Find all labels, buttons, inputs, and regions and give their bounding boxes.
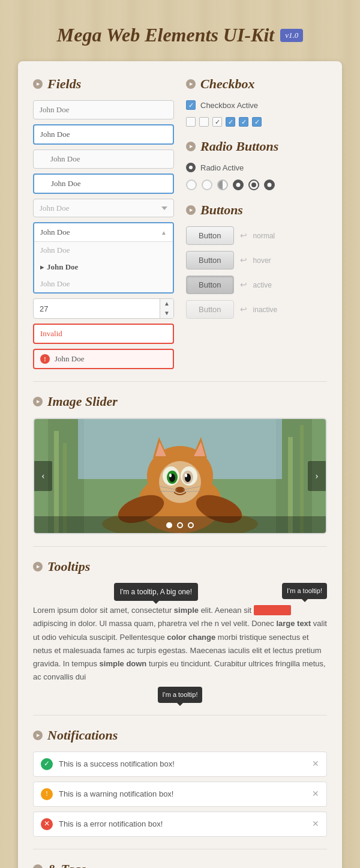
error-close-button[interactable]: ✕ xyxy=(312,819,319,829)
dropdown-item-1[interactable]: John Doe xyxy=(34,242,173,259)
button-row-normal: Button ↩ normal xyxy=(186,226,327,245)
checkbox-multiple-row xyxy=(186,117,327,127)
radio-6[interactable] xyxy=(264,179,275,190)
checkbox-active-row: Checkbox Active xyxy=(186,100,327,110)
spinner-up-button[interactable]: ▲ xyxy=(160,299,173,309)
radio-active[interactable] xyxy=(186,163,196,172)
buttons-arrow-icon xyxy=(186,205,196,215)
radio-arrow-icon xyxy=(186,142,196,151)
tooltip-bubble-2: I'm a tooltip! xyxy=(282,583,327,599)
fields-title: Fields xyxy=(47,76,81,92)
radio-5[interactable] xyxy=(248,179,259,190)
notifications-section-header: Notifications xyxy=(33,728,327,743)
slider-dot-1[interactable] xyxy=(166,522,172,528)
slider-section: Image Slider xyxy=(33,394,327,534)
slider-dot-2[interactable] xyxy=(177,522,183,528)
button-active[interactable]: Button xyxy=(186,276,234,294)
right-column: Checkbox Checkbox Active xyxy=(186,76,327,369)
button-inactive-label: inactive xyxy=(253,306,278,314)
radio-section-header: Radio Buttons xyxy=(186,139,327,154)
tags-section-header: & Tags xyxy=(33,861,327,868)
tooltips-section: Tooltips I'm a tooltip, A big one! I'm a… xyxy=(33,559,327,703)
radio-active-label: Radio Active xyxy=(200,163,244,172)
slider-next-button[interactable]: › xyxy=(308,461,326,491)
tags-title: & Tags xyxy=(47,861,86,868)
radio-title: Radio Buttons xyxy=(200,139,278,154)
dropdown-value: John Doe xyxy=(40,228,70,237)
fields-column: Fields 👤 👤 xyxy=(33,76,174,369)
notifications-section: Notifications ✓ This is a success notifi… xyxy=(33,728,327,837)
divider-2 xyxy=(33,546,327,547)
tooltips-content: I'm a tooltip, A big one! I'm a tooltip!… xyxy=(33,583,327,703)
success-close-button[interactable]: ✕ xyxy=(312,759,319,769)
tooltip-row-1: I'm a tooltip, A big one! I'm a tooltip! xyxy=(33,583,327,601)
dropdown-open[interactable]: John Doe ▲ John Doe John Doe John Doe xyxy=(33,222,174,294)
slider-container: ‹ › xyxy=(33,418,327,534)
top-two-col: Fields 👤 👤 xyxy=(33,76,327,369)
field-icon-2[interactable] xyxy=(33,173,174,194)
checkbox-section: Checkbox Checkbox Active xyxy=(186,76,327,127)
buttons-section-header: Buttons xyxy=(186,202,327,218)
checkbox-5[interactable] xyxy=(239,117,248,127)
radio-active-row: Radio Active xyxy=(186,163,327,172)
radio-section: Radio Buttons Radio Active xyxy=(186,139,327,190)
tooltips-section-header: Tooltips xyxy=(33,559,327,574)
field-plain-1[interactable] xyxy=(33,100,174,119)
button-inactive-arrow: ↩ xyxy=(240,304,247,315)
checkbox-1[interactable] xyxy=(186,117,196,127)
button-hover-arrow: ↩ xyxy=(240,255,247,265)
radio-3[interactable] xyxy=(217,179,228,190)
field-invalid[interactable] xyxy=(33,324,174,344)
checkbox-2[interactable] xyxy=(199,117,209,127)
button-hover[interactable]: Button xyxy=(186,251,234,270)
slider-section-header: Image Slider xyxy=(33,394,327,409)
dropdown-arrow-icon: ▲ xyxy=(161,229,167,236)
button-active-label: active xyxy=(253,281,272,289)
fields-arrow-icon xyxy=(33,79,43,89)
notifications-arrow-icon xyxy=(33,731,43,740)
radio-4[interactable] xyxy=(233,179,244,190)
tooltip-bubble-2-wrapper: I'm a tooltip! xyxy=(282,583,327,601)
slider-prev-button[interactable]: ‹ xyxy=(34,461,52,491)
warning-icon: ! xyxy=(41,788,53,800)
radio-1[interactable] xyxy=(186,179,197,190)
page-wrapper: Mega Web Elements UI-Kit v1.0 Fields xyxy=(0,0,360,868)
dropdown-closed[interactable]: John Doe xyxy=(33,199,174,217)
warning-text: This is a warning notification box! xyxy=(59,789,306,798)
tooltip-inline-wrapper: I'm a tooltip! xyxy=(254,604,291,617)
checkbox-4[interactable] xyxy=(226,117,235,127)
button-normal[interactable]: Button xyxy=(186,226,234,245)
tooltips-title: Tooltips xyxy=(47,559,90,574)
radio-2[interactable] xyxy=(202,179,212,190)
dropdown-item-2[interactable]: John Doe xyxy=(34,259,173,276)
slider-dot-3[interactable] xyxy=(188,522,194,528)
notifications-title: Notifications xyxy=(47,728,118,743)
checkbox-arrow-icon xyxy=(186,79,196,89)
button-normal-label: normal xyxy=(253,232,275,240)
slider-dots xyxy=(34,516,326,533)
divider-4 xyxy=(33,849,327,849)
checkbox-6[interactable] xyxy=(252,117,262,127)
field-active-1[interactable] xyxy=(33,124,174,145)
field-icon-wrapper-1: 👤 xyxy=(33,149,174,169)
divider-1 xyxy=(33,381,327,382)
error-text: This is a error notification box! xyxy=(59,819,306,828)
number-input-wrapper: 27 ▲ ▼ xyxy=(33,298,174,319)
header: Mega Web Elements UI-Kit v1.0 xyxy=(18,12,342,61)
button-inactive: Button xyxy=(186,300,234,319)
button-normal-arrow: ↩ xyxy=(240,231,247,241)
spinner-down-button[interactable]: ▼ xyxy=(160,309,173,318)
slider-arrow-icon xyxy=(33,397,43,406)
checkbox-3[interactable] xyxy=(212,117,222,127)
error-notif-icon: ✕ xyxy=(41,818,53,830)
number-value: 27 xyxy=(34,300,160,318)
checkbox-active[interactable] xyxy=(186,100,196,110)
field-icon-1[interactable] xyxy=(33,149,174,169)
tooltips-arrow-icon xyxy=(33,562,43,571)
dropdown-item-3[interactable]: John Doe xyxy=(34,276,173,292)
notification-success: ✓ This is a success notification box! ✕ xyxy=(33,752,327,777)
warning-close-button[interactable]: ✕ xyxy=(312,789,319,799)
tags-section: & Tags high resolutioniconslayer stylesl… xyxy=(33,861,327,868)
dropdown-header[interactable]: John Doe ▲ xyxy=(34,223,173,242)
page-title: Mega Web Elements UI-Kit xyxy=(57,24,274,46)
